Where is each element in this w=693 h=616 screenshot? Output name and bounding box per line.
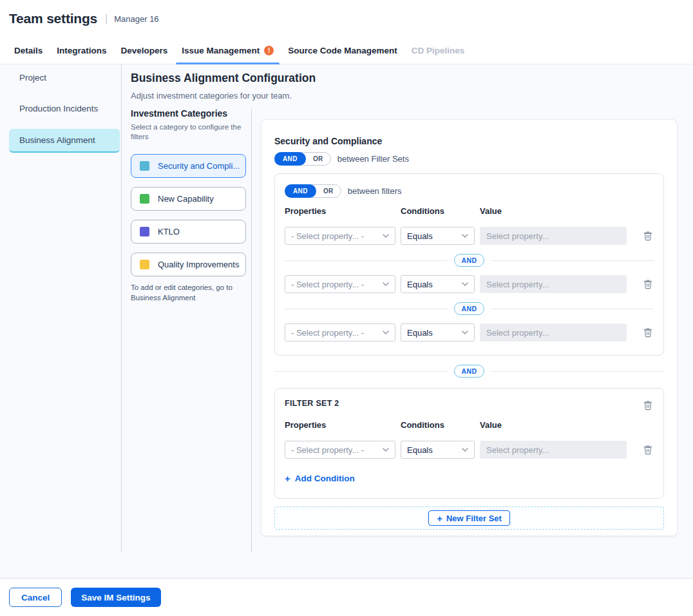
tab-cd-pipelines: CD Pipelines [404, 37, 472, 64]
section-title: Business Alignment Configuration [131, 72, 316, 85]
page-title: Team settings [9, 11, 97, 26]
sidebar-item-project[interactable]: Project [19, 73, 46, 82]
delete-row-button[interactable] [642, 229, 654, 242]
conditions-select[interactable]: Equals [401, 323, 475, 342]
filter-row: - Select property... - Equals [285, 275, 654, 293]
filter-row: - Select property... - Equals [285, 227, 654, 245]
sidebar-item-business-alignment[interactable]: Business Alignment [9, 129, 120, 153]
conditions-select[interactable]: Equals [401, 227, 475, 245]
properties-select[interactable]: - Select property... - [285, 323, 395, 342]
category-quality-improvements[interactable]: Quality Improvements [131, 253, 246, 276]
sidebar-divider [121, 64, 122, 552]
and-connector-between-sets: AND [274, 365, 664, 378]
new-filter-set-button[interactable]: + New Filter Set [428, 510, 510, 526]
chevron-down-icon [383, 448, 389, 452]
category-security-and-compliance[interactable]: Security and Compli... [131, 154, 246, 178]
chevron-down-icon [383, 331, 389, 334]
or-option[interactable]: OR [306, 155, 330, 162]
page-header: Team settings | Manager 16 [0, 0, 693, 37]
and-option[interactable]: AND [274, 152, 306, 166]
and-or-toggle-sets[interactable]: AND OR [274, 152, 331, 166]
delete-row-button[interactable] [642, 278, 654, 291]
section-subtitle: Adjust investment categories for your te… [131, 91, 292, 101]
content-area: Project Production Incidents Business Al… [0, 64, 693, 578]
delete-row-button[interactable] [642, 443, 654, 456]
filter-set-1: AND OR between filters Properties Condit… [274, 173, 664, 356]
delete-filter-set-button[interactable] [642, 399, 654, 412]
column-headers: Properties Conditions Value [285, 206, 654, 216]
chevron-down-icon [383, 282, 389, 286]
categories-footnote: To add or edit categories, go to Busines… [131, 282, 242, 303]
filter-config-card: Security and Compliance AND OR between F… [261, 119, 678, 536]
and-connector: AND [285, 302, 654, 315]
category-color-swatch [140, 227, 149, 236]
filter-set-2: FILTER SET 2 Properties Conditions Value… [274, 388, 664, 499]
title-separator: | [105, 13, 108, 24]
filter-row: - Select property... - Equals [285, 323, 654, 342]
category-new-capability[interactable]: New Capability [131, 187, 246, 211]
properties-select[interactable]: - Select property... - [285, 441, 395, 459]
or-option[interactable]: OR [316, 188, 341, 195]
properties-header: Properties [285, 420, 401, 430]
trash-icon [643, 400, 652, 410]
value-header: Value [480, 420, 654, 430]
chevron-down-icon [383, 234, 389, 238]
tab-source-code-management[interactable]: Source Code Management [281, 37, 404, 64]
tab-bar: Details Integrations Developers Issue Ma… [0, 37, 693, 64]
footer-bar: Cancel Save IM Settings [0, 578, 693, 616]
between-sets-label: between Filter Sets [337, 154, 409, 164]
warning-badge-icon: ! [264, 46, 274, 55]
between-filters-label: between filters [348, 186, 402, 196]
and-or-toggle-filters[interactable]: AND OR [285, 184, 341, 198]
category-color-swatch [140, 194, 149, 204]
category-color-swatch [140, 161, 149, 171]
tab-details[interactable]: Details [7, 37, 50, 64]
add-condition-button[interactable]: + Add Condition [285, 473, 355, 484]
value-input[interactable] [480, 441, 627, 459]
plus-icon: + [285, 473, 290, 484]
conditions-select[interactable]: Equals [401, 441, 475, 459]
filter-row: - Select property... - Equals [285, 441, 654, 459]
team-name: Manager 16 [114, 14, 158, 24]
save-im-settings-button[interactable]: Save IM Settings [71, 588, 160, 607]
and-connector: AND [285, 254, 654, 267]
selected-category-title: Security and Compliance [274, 136, 664, 146]
plus-icon: + [437, 513, 442, 524]
categories-hint: Select a category to configure the filte… [131, 122, 242, 142]
value-input[interactable] [480, 275, 627, 293]
column-headers: Properties Conditions Value [285, 420, 654, 430]
tab-issue-management[interactable]: Issue Management ! [175, 37, 281, 64]
between-filters-operator-row: AND OR between filters [285, 184, 654, 198]
chevron-down-icon [462, 331, 468, 334]
sidebar-item-production-incidents[interactable]: Production Incidents [19, 104, 98, 113]
trash-icon [643, 327, 652, 338]
trash-icon [643, 445, 652, 455]
between-sets-operator-row: AND OR between Filter Sets [274, 152, 664, 166]
conditions-header: Conditions [401, 206, 480, 216]
new-filter-set-zone: + New Filter Set [274, 506, 664, 530]
categories-title: Investment Categories [131, 108, 247, 119]
category-color-swatch [140, 260, 149, 269]
investment-categories-panel: Investment Categories Select a category … [131, 108, 247, 303]
tab-integrations[interactable]: Integrations [50, 37, 113, 64]
cancel-button[interactable]: Cancel [9, 588, 62, 607]
categories-divider [251, 108, 252, 552]
value-header: Value [480, 206, 654, 216]
chevron-down-icon [462, 448, 468, 452]
properties-select[interactable]: - Select property... - [285, 275, 395, 293]
and-option[interactable]: AND [285, 184, 316, 198]
filter-set-2-header: FILTER SET 2 [285, 399, 654, 412]
conditions-select[interactable]: Equals [401, 275, 475, 293]
conditions-header: Conditions [401, 420, 480, 430]
value-input[interactable] [480, 323, 627, 342]
trash-icon [643, 231, 652, 241]
delete-row-button[interactable] [642, 326, 654, 339]
value-input[interactable] [480, 227, 627, 245]
tab-developers[interactable]: Developers [114, 37, 175, 64]
properties-select[interactable]: - Select property... - [285, 227, 395, 245]
properties-header: Properties [285, 206, 401, 216]
category-ktlo[interactable]: KTLO [131, 220, 246, 244]
chevron-down-icon [462, 282, 468, 286]
filter-set-2-title: FILTER SET 2 [285, 399, 339, 408]
trash-icon [643, 279, 652, 289]
